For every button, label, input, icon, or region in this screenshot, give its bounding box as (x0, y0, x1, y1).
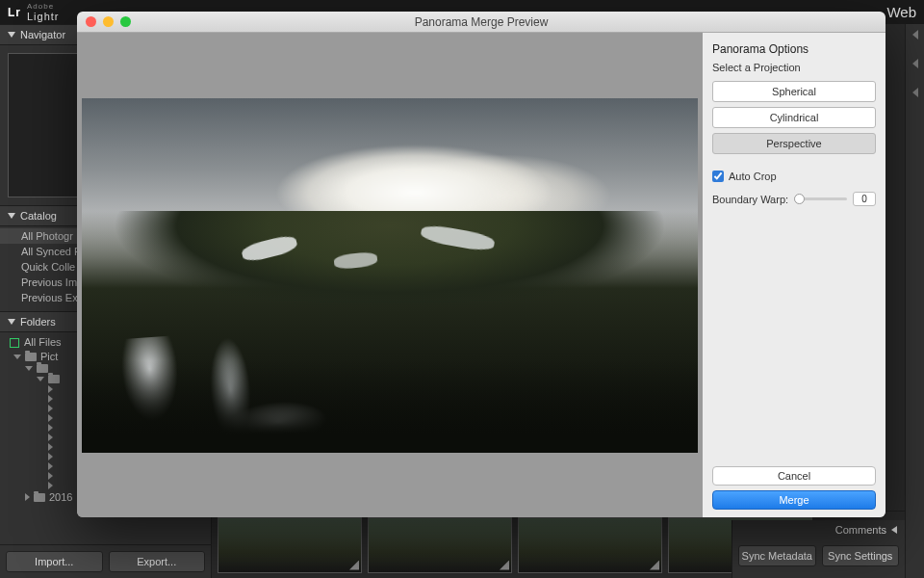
cancel-button[interactable]: Cancel (712, 466, 876, 486)
preview-pane (77, 33, 703, 517)
select-projection-label: Select a Projection (712, 62, 876, 73)
dialog-title: Panorama Merge Preview (77, 15, 886, 29)
boundary-warp-row: Boundary Warp: 0 (712, 192, 876, 206)
boundary-warp-label: Boundary Warp: (712, 194, 788, 205)
auto-crop-checkbox[interactable] (712, 171, 724, 182)
merge-button[interactable]: Merge (712, 490, 876, 510)
slider-knob[interactable] (794, 194, 805, 204)
boundary-warp-slider[interactable] (794, 197, 847, 200)
options-title: Panorama Options (712, 42, 876, 56)
boundary-warp-value[interactable]: 0 (853, 192, 876, 206)
dialog-body: Panorama Options Select a Projection Sph… (77, 33, 886, 517)
panorama-merge-dialog: Panorama Merge Preview Panorama Options … (77, 12, 886, 517)
modal-overlay: Panorama Merge Preview Panorama Options … (0, 0, 924, 578)
projection-perspective-button[interactable]: Perspective (712, 133, 876, 154)
auto-crop-row[interactable]: Auto Crop (712, 171, 876, 182)
projection-spherical-button[interactable]: Spherical (712, 81, 876, 102)
projection-cylindrical-button[interactable]: Cylindrical (712, 107, 876, 128)
panorama-options-pane: Panorama Options Select a Projection Sph… (703, 33, 886, 517)
auto-crop-label: Auto Crop (729, 171, 777, 182)
dialog-titlebar[interactable]: Panorama Merge Preview (77, 12, 886, 33)
panorama-preview-image[interactable] (82, 98, 698, 453)
